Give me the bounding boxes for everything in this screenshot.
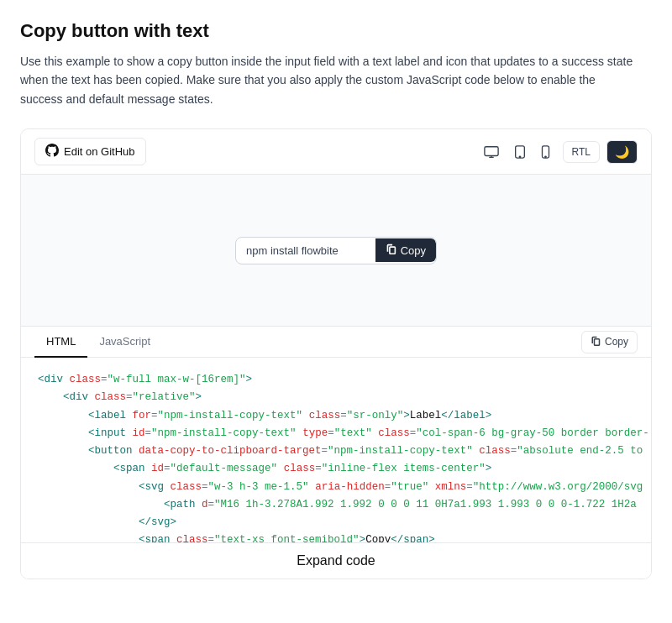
- code-line: <div class="relative">: [38, 389, 634, 406]
- code-copy-button[interactable]: Copy: [581, 331, 638, 353]
- copy-button-label: Copy: [401, 244, 426, 257]
- rtl-button[interactable]: RTL: [563, 141, 600, 163]
- copy-inline-button[interactable]: Copy: [375, 238, 436, 262]
- dark-mode-button[interactable]: 🌙: [606, 140, 638, 164]
- demo-preview: Copy: [21, 175, 651, 326]
- code-block: <div class="w-full max-w-[16rem]"> <div …: [21, 358, 651, 542]
- npm-install-input[interactable]: [236, 238, 375, 264]
- svg-point-2: [519, 156, 520, 157]
- github-icon: [45, 144, 59, 160]
- code-line: <input id="npm-install-copy-text" type="…: [38, 425, 634, 442]
- tablet-device-button[interactable]: [508, 141, 532, 163]
- tab-html[interactable]: HTML: [34, 327, 87, 358]
- github-label: Edit on GitHub: [64, 145, 135, 158]
- code-line: </svg>: [38, 514, 634, 531]
- code-line: <span id="default-message" class="inline…: [38, 460, 634, 478]
- page-title: Copy button with text: [20, 20, 652, 42]
- code-line: <svg class="w-3 h-3 me-1.5" aria-hidden=…: [38, 479, 634, 496]
- device-icons: [478, 141, 556, 163]
- code-line: <div class="w-full max-w-[16rem]">: [38, 371, 634, 389]
- expand-code-label: Expand code: [297, 553, 375, 568]
- svg-point-4: [544, 156, 545, 157]
- copy-code-icon: [591, 336, 601, 348]
- input-copy-field: Copy: [235, 237, 437, 264]
- page-description: Use this example to show a copy button i…: [20, 52, 633, 108]
- desktop-device-button[interactable]: [478, 141, 505, 163]
- code-tabs: HTML JavaScript Copy: [21, 327, 651, 358]
- mobile-device-button[interactable]: [535, 141, 556, 163]
- tab-javascript[interactable]: JavaScript: [87, 327, 162, 358]
- demo-container: Edit on GitHub: [20, 128, 652, 579]
- copy-icon: [386, 243, 396, 257]
- code-line: <label for="npm-install-copy-text" class…: [38, 407, 634, 425]
- code-section: HTML JavaScript Copy <div class="w-full …: [21, 326, 651, 578]
- code-line: <button data-copy-to-clipboard-target="n…: [38, 442, 634, 460]
- expand-code-bar[interactable]: Expand code: [21, 542, 651, 578]
- moon-icon: 🌙: [615, 145, 629, 159]
- code-copy-label: Copy: [605, 336, 628, 348]
- code-line: <path d="M16 1h-3.278A1.992 1.992 0 0 0 …: [38, 496, 634, 514]
- demo-toolbar: Edit on GitHub: [21, 129, 651, 175]
- code-line: <span class="text-xs font-semibold">Copy…: [38, 531, 634, 542]
- edit-on-github-button[interactable]: Edit on GitHub: [34, 138, 146, 165]
- svg-rect-0: [484, 146, 497, 155]
